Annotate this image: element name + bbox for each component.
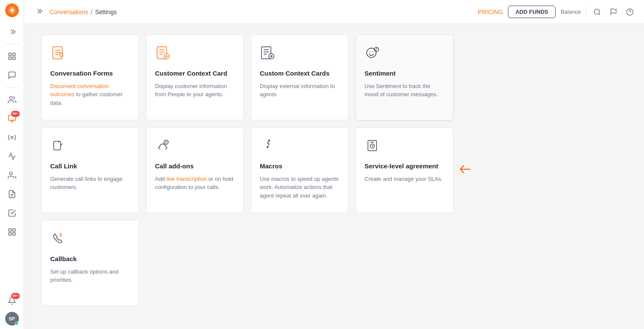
card-title-callback: Callback bbox=[50, 255, 130, 263]
svg-rect-20 bbox=[53, 47, 62, 59]
main-content: Conversations / Settings PRICING ADD FUN… bbox=[24, 0, 644, 329]
card-title-call-link: Call Link bbox=[50, 162, 130, 171]
card-title-forms: Conversation Forms bbox=[50, 69, 130, 78]
svg-rect-45 bbox=[54, 141, 61, 150]
svg-point-8 bbox=[9, 172, 12, 175]
card-desc-callback: Set up callback options and priorities. bbox=[50, 268, 130, 284]
card-customer-context[interactable]: Customer Context Card Display customer i… bbox=[146, 34, 244, 120]
card-icon-customer-context bbox=[155, 45, 235, 62]
card-icon-call-link bbox=[50, 138, 130, 155]
card-sla-wrapper: Service-level agreement Create and manag… bbox=[355, 127, 453, 213]
card-callback[interactable]: Callback Set up callback options and pri… bbox=[41, 220, 139, 306]
card-desc-sla: Create and manage your SLAs. bbox=[365, 175, 444, 183]
card-title-sla: Service-level agreement bbox=[365, 162, 444, 171]
svg-rect-1 bbox=[9, 53, 11, 56]
breadcrumb-conversations[interactable]: Conversations bbox=[50, 9, 88, 15]
card-desc-call-link: Generate call links to engage customers. bbox=[50, 175, 130, 192]
card-desc-macros: Use macros to speed up agents work. Auto… bbox=[260, 175, 340, 200]
card-call-addons[interactable]: Call add-ons Add live transcription or o… bbox=[146, 127, 244, 213]
card-sentiment[interactable]: Sentiment Use Sentiment to track the moo… bbox=[355, 34, 453, 120]
card-desc-forms: Document conversation outcomes to gather… bbox=[50, 82, 130, 107]
card-conversation-forms[interactable]: Conversation Forms Document conversation… bbox=[41, 34, 139, 120]
svg-rect-14 bbox=[12, 233, 15, 235]
arrow-decoration bbox=[457, 161, 472, 179]
card-title-sentiment: Sentiment bbox=[365, 69, 444, 78]
svg-rect-13 bbox=[9, 233, 11, 235]
notification-badge: 99+ bbox=[11, 293, 20, 299]
help-icon[interactable] bbox=[624, 6, 635, 18]
card-icon-forms bbox=[50, 45, 130, 62]
sidebar-item-audit[interactable] bbox=[3, 186, 21, 203]
sidebar-item-team[interactable] bbox=[3, 167, 21, 184]
svg-point-5 bbox=[9, 97, 12, 100]
sidebar-item-conversations[interactable] bbox=[3, 67, 21, 84]
notification-icon[interactable]: 99+ bbox=[3, 292, 21, 309]
app-logo[interactable] bbox=[5, 3, 19, 17]
sidebar-item-expand[interactable] bbox=[3, 23, 21, 40]
sidebar-divider-2 bbox=[5, 87, 19, 88]
svg-point-7 bbox=[11, 137, 13, 139]
sidebar-item-contacts[interactable] bbox=[3, 91, 21, 108]
card-title-customer-context: Customer Context Card bbox=[155, 69, 235, 78]
sidebar-bottom: 99+ SP bbox=[3, 291, 21, 326]
card-title-macros: Macros bbox=[260, 162, 340, 171]
settings-content: Conversation Forms Document conversation… bbox=[24, 24, 644, 329]
header-right: PRICING ADD FUNDS Balance bbox=[478, 6, 635, 18]
card-call-link[interactable]: Call Link Generate call links to engage … bbox=[41, 127, 139, 213]
svg-point-15 bbox=[594, 9, 599, 14]
sidebar-divider-1 bbox=[5, 44, 19, 44]
svg-point-41 bbox=[372, 52, 373, 52]
back-nav-icon[interactable] bbox=[33, 5, 45, 19]
sidebar-item-automation[interactable] bbox=[3, 129, 21, 146]
sidebar-item-settings[interactable]: 99+ bbox=[3, 110, 21, 127]
cards-grid: Conversation Forms Document conversation… bbox=[41, 34, 453, 306]
svg-rect-3 bbox=[9, 57, 11, 60]
sidebar: 99+ 99+ SP bbox=[0, 0, 24, 329]
breadcrumb-separator: / bbox=[91, 9, 93, 15]
breadcrumb: Conversations / Settings bbox=[50, 9, 117, 15]
search-icon[interactable] bbox=[592, 6, 603, 18]
card-icon-sentiment bbox=[365, 45, 444, 62]
svg-point-44 bbox=[376, 50, 377, 51]
add-funds-button[interactable]: ADD FUNDS bbox=[508, 6, 556, 18]
notifications-icon[interactable] bbox=[608, 6, 619, 18]
svg-rect-12 bbox=[12, 229, 15, 232]
card-icon-sla bbox=[365, 138, 444, 155]
card-icon-callback bbox=[50, 231, 130, 248]
header-divider-1 bbox=[586, 7, 586, 17]
sidebar-item-reports[interactable] bbox=[3, 148, 21, 165]
card-desc-sentiment: Use Sentiment to track the mood of custo… bbox=[365, 82, 444, 99]
svg-point-49 bbox=[268, 140, 270, 141]
card-icon-call-addons bbox=[155, 138, 235, 155]
card-desc-call-addons: Add live transcription or on hold config… bbox=[155, 175, 235, 192]
svg-point-50 bbox=[267, 146, 268, 148]
card-desc-custom-context: Display external information to agents bbox=[260, 82, 340, 99]
sidebar-item-grid[interactable] bbox=[3, 223, 21, 241]
sidebar-item-dashboard[interactable] bbox=[3, 48, 21, 65]
card-title-custom-context: Custom Context Cards bbox=[260, 69, 340, 78]
card-icon-macros bbox=[260, 138, 340, 155]
svg-rect-4 bbox=[12, 57, 15, 60]
sidebar-item-review[interactable] bbox=[3, 204, 21, 222]
online-indicator bbox=[15, 322, 18, 325]
card-custom-context[interactable]: Custom Context Cards Display external in… bbox=[251, 34, 349, 120]
card-title-call-addons: Call add-ons bbox=[155, 162, 235, 171]
pricing-link[interactable]: PRICING bbox=[478, 9, 503, 15]
avatar[interactable]: SP bbox=[5, 312, 19, 326]
svg-rect-2 bbox=[12, 53, 15, 56]
card-sla[interactable]: Service-level agreement Create and manag… bbox=[355, 127, 453, 213]
card-desc-customer-context: Display customer information from People… bbox=[155, 82, 235, 99]
balance-text: Balance bbox=[561, 9, 581, 15]
card-icon-custom-context bbox=[260, 45, 340, 62]
header: Conversations / Settings PRICING ADD FUN… bbox=[24, 0, 644, 24]
card-macros[interactable]: Macros Use macros to speed up agents wor… bbox=[251, 127, 349, 213]
svg-point-40 bbox=[370, 52, 371, 52]
svg-line-16 bbox=[598, 13, 600, 15]
svg-rect-11 bbox=[9, 229, 11, 232]
settings-badge: 99+ bbox=[11, 111, 20, 117]
breadcrumb-settings: Settings bbox=[95, 9, 117, 15]
